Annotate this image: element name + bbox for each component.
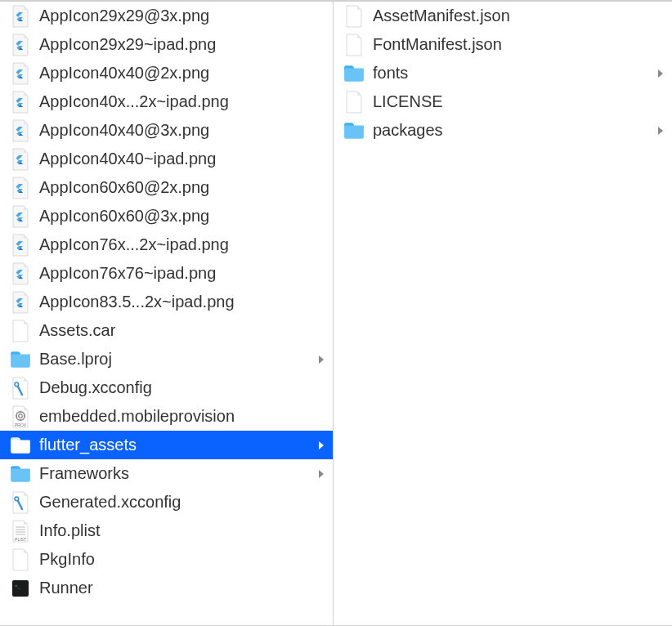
file-row[interactable]: AppIcon40x...2x~ipad.png — [0, 87, 333, 116]
finder-column-right[interactable]: AssetManifest.json FontManifest.json fon… — [334, 2, 672, 625]
file-label: AppIcon29x29~ipad.png — [39, 35, 328, 54]
flutter-icon — [10, 34, 31, 56]
file-row[interactable]: AppIcon76x...2x~ipad.png — [0, 230, 333, 259]
svg-point-5 — [16, 415, 17, 417]
prov-icon: PROV — [10, 406, 31, 427]
svg-point-6 — [24, 415, 25, 417]
folder-row[interactable]: Frameworks — [0, 459, 333, 488]
file-row[interactable]: PLIST Info.plist — [0, 516, 333, 545]
file-label: AppIcon60x60@3x.png — [39, 207, 328, 226]
chevron-right-icon — [654, 126, 667, 136]
file-row[interactable]: AppIcon76x76~ipad.png — [0, 259, 333, 288]
file-row[interactable]: Generated.xcconfig — [0, 488, 333, 516]
flutter-icon — [10, 206, 31, 227]
chevron-right-icon — [315, 469, 328, 479]
file-row[interactable]: PkgInfo — [0, 545, 333, 574]
file-icon — [10, 549, 31, 570]
file-label: AppIcon40x40~ipad.png — [39, 150, 328, 168]
file-row[interactable]: AppIcon60x60@2x.png — [0, 173, 333, 202]
flutter-icon — [10, 292, 31, 313]
file-label: fonts — [373, 64, 654, 83]
file-icon — [343, 92, 365, 113]
flutter-icon — [10, 177, 31, 199]
file-label: LICENSE — [373, 92, 667, 111]
file-row[interactable]: >_ Runner — [0, 574, 333, 602]
finder-column-left[interactable]: AppIcon29x29@3x.png AppIcon29x29~ipad.pn… — [0, 2, 334, 625]
file-icon — [10, 320, 31, 342]
folder-icon — [10, 435, 31, 456]
flutter-icon — [10, 235, 31, 256]
exec-icon: >_ — [10, 578, 31, 599]
file-label: AppIcon40x40@3x.png — [39, 121, 328, 140]
file-row[interactable]: FontManifest.json — [334, 30, 672, 59]
file-label: Assets.car — [39, 321, 328, 340]
svg-text:PROV: PROV — [15, 423, 27, 427]
file-row[interactable]: LICENSE — [334, 87, 672, 116]
file-row[interactable]: AppIcon29x29@3x.png — [0, 2, 333, 30]
file-label: AssetManifest.json — [373, 7, 667, 25]
svg-point-0 — [15, 382, 19, 387]
file-row[interactable]: PROV embedded.mobileprovision — [0, 402, 333, 431]
folder-row[interactable]: packages — [334, 116, 672, 145]
file-label: Generated.xcconfig — [39, 493, 328, 512]
chevron-right-icon — [315, 440, 328, 450]
file-label: Base.lproj — [39, 350, 315, 369]
svg-point-8 — [15, 497, 19, 501]
folder-icon — [343, 120, 365, 141]
flutter-icon — [10, 63, 31, 84]
file-label: AppIcon60x60@2x.png — [39, 178, 328, 197]
chevron-right-icon — [315, 355, 328, 364]
plist-icon: PLIST — [10, 521, 31, 542]
file-label: AppIcon40x...2x~ipad.png — [39, 92, 328, 111]
flutter-icon — [10, 263, 31, 284]
file-label: FontManifest.json — [373, 35, 667, 54]
file-row[interactable]: AssetManifest.json — [334, 2, 672, 30]
file-row[interactable]: AppIcon29x29~ipad.png — [0, 30, 333, 59]
file-icon — [343, 6, 365, 27]
file-label: Debug.xcconfig — [39, 378, 328, 397]
file-row[interactable]: AppIcon40x40@3x.png — [0, 116, 333, 145]
file-row[interactable]: Debug.xcconfig — [0, 373, 333, 402]
file-row[interactable]: Assets.car — [0, 316, 333, 345]
file-row[interactable]: AppIcon40x40@2x.png — [0, 59, 333, 87]
folder-icon — [343, 63, 365, 84]
folder-row[interactable]: flutter_assets — [0, 431, 333, 459]
file-label: AppIcon40x40@2x.png — [39, 64, 328, 83]
svg-point-3 — [20, 411, 21, 413]
finder-column-view: AppIcon29x29@3x.png AppIcon29x29~ipad.pn… — [0, 0, 672, 626]
file-label: flutter_assets — [39, 436, 315, 454]
file-row[interactable]: AppIcon60x60@3x.png — [0, 202, 333, 230]
xcconfig-icon — [10, 378, 31, 399]
file-label: Runner — [39, 579, 328, 597]
file-label: packages — [373, 121, 654, 140]
file-icon — [343, 34, 365, 56]
folder-icon — [10, 463, 31, 485]
file-label: embedded.mobileprovision — [39, 407, 328, 426]
file-label: AppIcon83.5...2x~ipad.png — [39, 293, 328, 311]
file-label: AppIcon29x29@3x.png — [39, 7, 328, 25]
file-label: Info.plist — [39, 521, 328, 540]
svg-text:PLIST: PLIST — [15, 537, 26, 542]
folder-row[interactable]: fonts — [334, 59, 672, 87]
xcconfig-icon — [10, 492, 31, 513]
flutter-icon — [10, 92, 31, 113]
flutter-icon — [10, 6, 31, 27]
flutter-icon — [10, 149, 31, 170]
flutter-icon — [10, 120, 31, 141]
file-row[interactable]: AppIcon83.5...2x~ipad.png — [0, 288, 333, 316]
file-label: AppIcon76x76~ipad.png — [39, 264, 328, 283]
svg-point-4 — [20, 418, 21, 420]
chevron-right-icon — [654, 69, 667, 78]
folder-row[interactable]: Base.lproj — [0, 345, 333, 373]
file-label: PkgInfo — [39, 550, 328, 569]
svg-text:>_: >_ — [15, 583, 21, 589]
file-row[interactable]: AppIcon40x40~ipad.png — [0, 145, 333, 173]
file-label: Frameworks — [39, 464, 315, 483]
file-label: AppIcon76x...2x~ipad.png — [39, 235, 328, 254]
folder-icon — [10, 349, 31, 370]
